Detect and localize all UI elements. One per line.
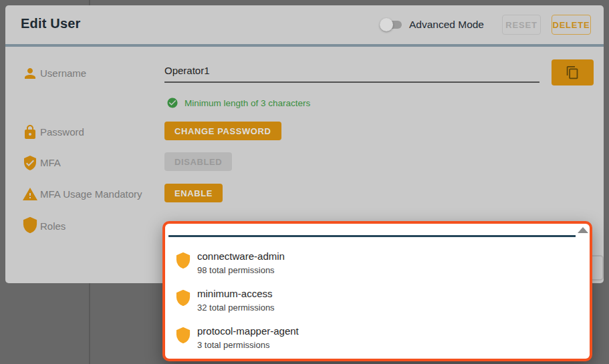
role-permissions: 98 total permissions [197,264,275,276]
reset-button[interactable]: RESET [502,15,541,35]
role-name: minimum-access [197,287,273,301]
mfa-mandatory-enable-button[interactable]: ENABLE [164,184,223,202]
mfa-label: MFA [40,156,61,170]
screen: Edit User Advanced Mode RESET DELETE Use… [0,0,609,364]
roles-select-underline [168,235,576,237]
delete-button[interactable]: DELETE [552,15,591,35]
change-password-button[interactable]: CHANGE PASSWORD [164,122,281,140]
username-validation: Minimum length of 3 characters [166,97,310,109]
shield-check-icon [22,155,38,171]
check-circle-icon [166,97,178,109]
page-title: Edit User [21,16,81,31]
role-shield-icon [175,290,191,306]
username-input[interactable] [164,63,539,83]
dialog-header: Edit User Advanced Mode RESET DELETE [5,5,604,44]
mfa-disabled-button[interactable]: DISABLED [164,152,232,171]
validation-message: Minimum length of 3 characters [185,98,310,108]
mfa-mandatory-label: MFA Usage Mandatory [40,188,142,201]
warning-icon [22,186,38,202]
role-shield-icon [175,252,191,268]
password-label: Password [40,126,84,139]
copy-username-button[interactable] [552,59,594,85]
header-divider [5,44,604,47]
chevron-up-icon[interactable] [578,227,588,233]
lock-icon [22,124,38,140]
role-permissions: 32 total permissions [197,302,275,313]
roles-label: Roles [40,220,66,233]
advanced-mode-toggle[interactable] [380,17,402,32]
role-name: protocol-mapper-agent [197,325,299,338]
role-option-protocol-mapper-agent[interactable]: protocol-mapper-agent 3 total permission… [165,321,590,353]
advanced-mode-label: Advanced Mode [409,19,484,31]
roles-dropdown: connectware-admin 98 total permissions m… [162,221,592,361]
role-shield-icon [175,327,191,343]
person-icon [22,65,38,81]
role-shield-icon [22,217,38,233]
copy-icon [566,65,580,79]
username-label: Username [40,67,86,80]
role-option-minimum-access[interactable]: minimum-access 32 total permissions [165,283,590,315]
toggle-thumb-icon [380,18,393,31]
role-option-connectware-admin[interactable]: connectware-admin 98 total permissions [165,246,590,278]
role-name: connectware-admin [197,250,285,263]
role-permissions: 3 total permissions [197,339,269,351]
header-actions: Advanced Mode RESET DELETE [380,5,591,44]
